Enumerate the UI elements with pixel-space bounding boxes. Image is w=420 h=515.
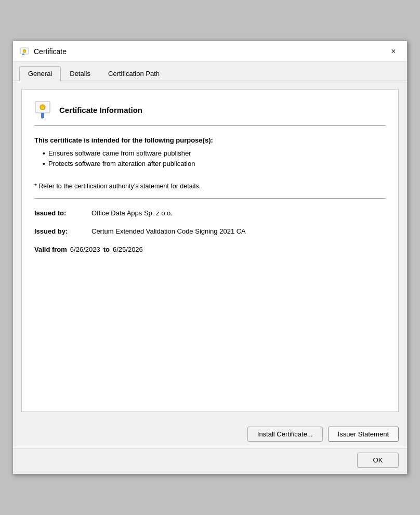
close-button[interactable]: ×: [386, 44, 401, 59]
cert-note: * Refer to the certification authority's…: [34, 181, 386, 190]
certificate-title-icon: [19, 46, 30, 57]
svg-rect-3: [22, 54, 24, 55]
issued-to-field: Issued to: Office Data Apps Sp. z o.o.: [34, 209, 386, 217]
tab-bar: General Details Certification Path: [13, 62, 407, 81]
certificate-dialog: Certificate × General Details Certificat…: [12, 41, 408, 474]
cert-header: Certificate Information: [34, 100, 386, 126]
title-bar: Certificate ×: [13, 41, 407, 62]
tab-general[interactable]: General: [19, 66, 61, 81]
valid-from-date: 6/26/2023: [70, 246, 100, 253]
tab-certification-path[interactable]: Certification Path: [99, 66, 168, 81]
valid-from-label: Valid from: [34, 246, 67, 253]
cert-purpose-heading: This certificate is intended for the fol…: [34, 136, 386, 144]
issued-by-value: Certum Extended Validation Code Signing …: [91, 227, 246, 235]
action-button-row: Install Certificate... Issuer Statement: [13, 420, 407, 448]
list-item: Protects software from alteration after …: [43, 160, 386, 168]
svg-rect-7: [41, 113, 44, 118]
issued-to-value: Office Data Apps Sp. z o.o.: [91, 209, 173, 217]
cert-info-icon: [34, 100, 53, 119]
cert-header-title: Certificate Information: [59, 106, 142, 114]
window-title: Certificate: [34, 47, 67, 56]
divider: [34, 198, 386, 199]
certificate-panel: Certificate Information This certificate…: [21, 89, 399, 412]
content-area: Certificate Information This certificate…: [13, 81, 407, 420]
ok-row: OK: [13, 448, 407, 474]
svg-rect-8: [42, 118, 43, 119]
install-certificate-button[interactable]: Install Certificate...: [247, 427, 323, 442]
title-bar-left: Certificate: [19, 46, 67, 57]
valid-to-label: to: [103, 246, 110, 253]
cert-purpose-list: Ensures software came from software publ…: [43, 149, 386, 168]
tab-details[interactable]: Details: [61, 66, 99, 81]
issued-to-label: Issued to:: [34, 209, 91, 217]
ok-button[interactable]: OK: [357, 453, 399, 468]
issuer-statement-button[interactable]: Issuer Statement: [328, 427, 399, 442]
valid-date-row: Valid from 6/26/2023 to 6/25/2026: [34, 246, 386, 253]
valid-to-date: 6/25/2026: [113, 246, 143, 253]
list-item: Ensures software came from software publ…: [43, 149, 386, 158]
issued-by-label: Issued by:: [34, 227, 91, 235]
issued-by-field: Issued by: Certum Extended Validation Co…: [34, 227, 386, 235]
